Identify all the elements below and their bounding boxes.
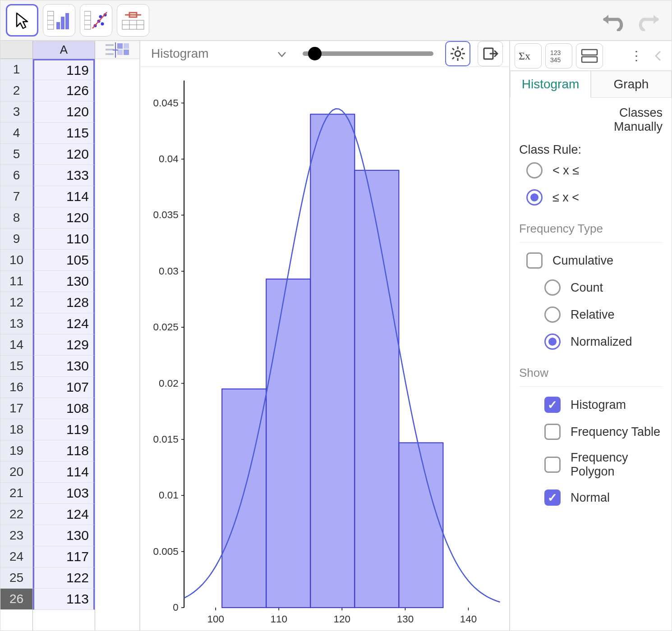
svg-rect-25 [106,53,114,55]
spreadsheet-view: 1234567891011121314151617181920212223242… [0,41,140,631]
row-number[interactable]: 9 [0,229,32,250]
show-checkbox[interactable] [544,489,561,506]
cell[interactable]: 120 [33,207,95,229]
class-rule-radio[interactable] [526,162,543,178]
multi-var-analysis-tool-button[interactable] [117,4,149,37]
cell[interactable]: 115 [33,123,95,144]
show-checkbox[interactable] [544,457,561,473]
cell[interactable]: 130 [33,356,95,377]
pointer-tool-button[interactable] [6,4,38,37]
chart-plot[interactable]: 00.0050.010.0150.020.0250.030.0350.040.0… [140,67,509,631]
cell[interactable]: 118 [33,440,95,462]
svg-point-13 [101,23,104,26]
undo-button[interactable] [596,6,628,35]
cell[interactable]: 129 [33,334,95,356]
cell[interactable]: 110 [33,229,95,250]
cell[interactable]: 130 [33,271,95,292]
svg-rect-76 [310,114,354,608]
two-var-analysis-tool-button[interactable] [80,4,112,37]
row-number[interactable]: 13 [0,313,32,334]
cell[interactable]: 130 [33,525,95,546]
svg-line-40 [452,57,454,59]
row-number[interactable]: 20 [0,462,32,483]
class-rule-radio[interactable] [526,189,543,206]
cell[interactable]: 126 [33,80,95,101]
svg-text:123: 123 [550,49,561,56]
one-var-analysis-tool-button[interactable] [43,4,75,37]
class-width-slider[interactable] [298,45,438,63]
row-header-corner[interactable] [0,41,32,59]
row-number[interactable]: 26 [0,589,32,610]
row-number[interactable]: 1 [0,59,32,80]
chart-type-select[interactable]: Histogram [147,42,291,65]
row-number[interactable]: 4 [0,123,32,144]
cell[interactable]: 122 [33,567,95,589]
cell[interactable]: 117 [33,546,95,567]
row-number[interactable]: 24 [0,546,32,567]
row-number[interactable]: 2 [0,80,32,101]
slider-thumb[interactable] [308,47,322,60]
cell[interactable]: 120 [33,144,95,165]
show-checkbox[interactable] [544,397,561,413]
svg-rect-75 [266,279,310,608]
frequency-type-radio[interactable] [544,334,561,350]
export-button[interactable] [478,41,503,66]
svg-rect-74 [222,389,266,608]
show-data-button[interactable]: 123345 [545,43,572,69]
cell[interactable]: 114 [33,462,95,483]
svg-text:0.005: 0.005 [153,546,179,557]
row-number[interactable]: 10 [0,250,32,271]
row-number[interactable]: 5 [0,144,32,165]
layout-button[interactable] [576,43,603,69]
class-rule-label: Class Rule: [519,143,663,157]
more-options-button[interactable]: ⋮ [627,48,645,63]
row-number[interactable]: 22 [0,504,32,525]
cell[interactable]: 108 [33,398,95,419]
row-number[interactable]: 12 [0,292,32,313]
cell[interactable]: 103 [33,483,95,504]
frequency-type-radio[interactable] [544,279,561,296]
settings-button[interactable] [445,41,470,66]
cell[interactable]: 124 [33,313,95,334]
toggle-second-view-icon[interactable] [95,41,139,59]
row-number[interactable]: 6 [0,165,32,186]
cell[interactable]: 107 [33,377,95,398]
cell[interactable]: 133 [33,165,95,186]
cell[interactable]: 113 [33,589,95,610]
cumulative-label: Cumulative [552,254,613,268]
row-number[interactable]: 19 [0,440,32,462]
redo-button[interactable] [634,6,666,35]
row-number[interactable]: 14 [0,334,32,356]
row-number[interactable]: 7 [0,186,32,207]
row-number[interactable]: 8 [0,207,32,229]
cell[interactable]: 119 [33,419,95,440]
tab-histogram[interactable]: Histogram [510,71,591,98]
row-number[interactable]: 3 [0,101,32,123]
collapse-panel-button[interactable] [649,50,667,62]
row-number[interactable]: 23 [0,525,32,546]
show-checkbox[interactable] [544,424,561,440]
sigma-stats-button[interactable]: Σx [515,43,542,69]
cell[interactable]: 120 [33,101,95,123]
svg-text:140: 140 [460,613,477,625]
column-header-a[interactable]: A [33,41,95,59]
cell[interactable]: 105 [33,250,95,271]
cell[interactable]: 124 [33,504,95,525]
row-number[interactable]: 15 [0,356,32,377]
cell[interactable]: 114 [33,186,95,207]
cell[interactable]: 119 [33,59,95,80]
row-number[interactable]: 16 [0,377,32,398]
chart-toolbar: Histogram [140,41,509,67]
row-number[interactable]: 25 [0,567,32,589]
row-number[interactable]: 21 [0,483,32,504]
tab-graph[interactable]: Graph [591,71,672,98]
svg-line-39 [461,57,463,59]
frequency-type-radio[interactable] [544,306,561,323]
row-number[interactable]: 18 [0,419,32,440]
cumulative-checkbox[interactable] [526,252,543,269]
frequency-type-option-label: Relative [571,308,615,322]
row-number[interactable]: 11 [0,271,32,292]
cell[interactable]: 128 [33,292,95,313]
svg-text:345: 345 [550,56,561,64]
row-number[interactable]: 17 [0,398,32,419]
